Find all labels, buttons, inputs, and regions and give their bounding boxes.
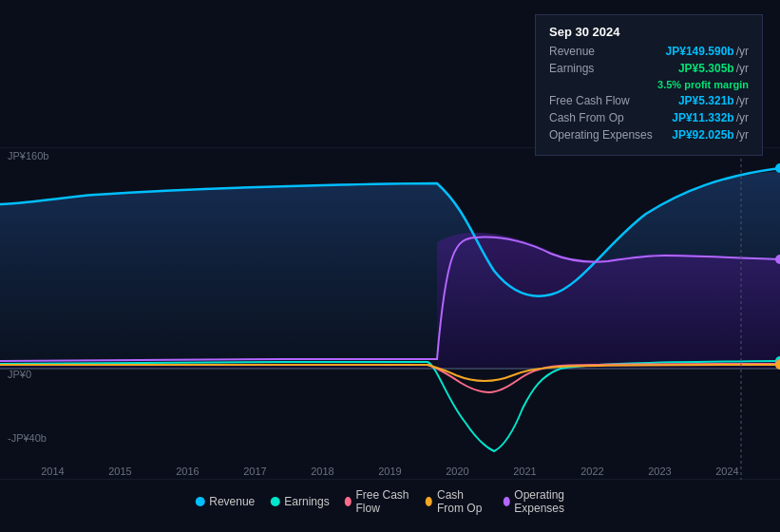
tooltip-opex-value: JP¥92.025b/yr bbox=[672, 128, 749, 142]
tooltip-earnings-row: Earnings JP¥5.305b/yr bbox=[549, 62, 749, 75]
tooltip-fcf-row: Free Cash Flow JP¥5.321b/yr bbox=[549, 94, 749, 107]
legend-label-revenue: Revenue bbox=[209, 495, 255, 508]
tooltip-date: Sep 30 2024 bbox=[549, 25, 749, 39]
chart-container: Sep 30 2024 Revenue JP¥149.590b/yr Earni… bbox=[0, 0, 780, 532]
chart-area[interactable] bbox=[0, 147, 780, 446]
tooltip-revenue-row: Revenue JP¥149.590b/yr bbox=[549, 45, 749, 58]
legend-dot-revenue bbox=[195, 497, 204, 506]
legend-dot-fcf bbox=[345, 497, 352, 506]
legend-item-fcf[interactable]: Free Cash Flow bbox=[345, 488, 411, 515]
legend-label-earnings: Earnings bbox=[284, 495, 329, 508]
tooltip-fcf-value: JP¥5.321b/yr bbox=[678, 94, 749, 107]
x-label-2023: 2023 bbox=[626, 466, 694, 477]
legend-dot-earnings bbox=[270, 497, 279, 506]
y-axis-neg-label: -JP¥40b bbox=[8, 432, 47, 444]
tooltip-earnings-value: JP¥5.305b/yr bbox=[678, 62, 749, 75]
x-label-2024: 2024 bbox=[694, 466, 761, 477]
tooltip-revenue-value: JP¥149.590b/yr bbox=[666, 45, 749, 58]
chart-svg bbox=[0, 147, 780, 480]
legend-label-fcf: Free Cash Flow bbox=[355, 488, 410, 515]
tooltip-opex-label: Operating Expenses bbox=[549, 128, 653, 142]
legend-dot-cfo bbox=[426, 497, 432, 506]
legend-item-opex[interactable]: Operating Expenses bbox=[503, 488, 584, 515]
legend-dot-opex bbox=[503, 497, 509, 506]
legend-label-cfo: Cash From Op bbox=[437, 488, 488, 515]
x-label-2020: 2020 bbox=[424, 466, 491, 477]
x-label-2018: 2018 bbox=[289, 466, 356, 477]
x-label-2017: 2017 bbox=[221, 466, 289, 477]
tooltip-fcf-label: Free Cash Flow bbox=[549, 94, 630, 107]
chart-legend: Revenue Earnings Free Cash Flow Cash Fro… bbox=[195, 488, 585, 515]
tooltip-opex-row: Operating Expenses JP¥92.025b/yr bbox=[549, 128, 749, 142]
legend-item-cfo[interactable]: Cash From Op bbox=[426, 488, 487, 515]
tooltip-box: Sep 30 2024 Revenue JP¥149.590b/yr Earni… bbox=[535, 14, 763, 156]
legend-item-earnings[interactable]: Earnings bbox=[270, 495, 329, 508]
tooltip-revenue-label: Revenue bbox=[549, 45, 595, 58]
profit-margin-row: 3.5% profit margin bbox=[549, 79, 749, 90]
tooltip-earnings-label: Earnings bbox=[549, 62, 594, 75]
tooltip-cfo-value: JP¥11.332b/yr bbox=[672, 111, 749, 124]
y-axis-zero-label: JP¥0 bbox=[8, 369, 31, 380]
tooltip-cfo-label: Cash From Op bbox=[549, 111, 624, 124]
x-label-2019: 2019 bbox=[356, 466, 424, 477]
tooltip-cfo-row: Cash From Op JP¥11.332b/yr bbox=[549, 111, 749, 124]
x-axis-labels: 2014 2015 2016 2017 2018 2019 2020 2021 … bbox=[0, 466, 780, 477]
x-label-2014: 2014 bbox=[19, 466, 86, 477]
x-label-2016: 2016 bbox=[154, 466, 221, 477]
legend-label-opex: Operating Expenses bbox=[514, 488, 584, 515]
legend-item-revenue[interactable]: Revenue bbox=[195, 495, 255, 508]
x-label-2015: 2015 bbox=[86, 466, 154, 477]
x-label-2021: 2021 bbox=[491, 466, 559, 477]
x-label-2022: 2022 bbox=[559, 466, 626, 477]
